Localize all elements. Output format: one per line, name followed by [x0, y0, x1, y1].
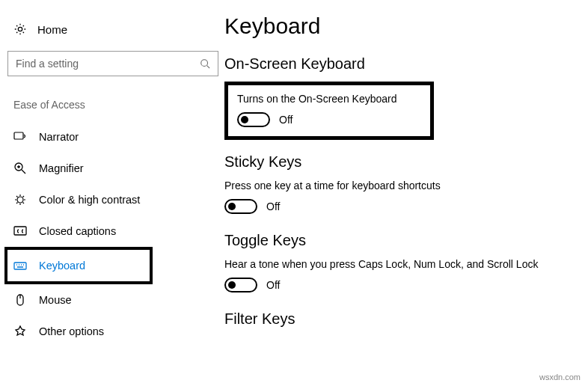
contrast-icon: [13, 193, 27, 206]
keyboard-highlight-box: Keyboard: [4, 247, 153, 284]
narrator-icon: [13, 130, 27, 144]
svg-point-0: [18, 27, 22, 31]
magnifier-icon: [13, 162, 27, 175]
category-label: Ease of Access: [13, 99, 224, 111]
main-content: Keyboard On-Screen Keyboard Turns on the…: [224, 0, 588, 386]
nav-label: Narrator: [39, 131, 79, 143]
sticky-heading: Sticky Keys: [224, 153, 588, 171]
onscreen-heading: On-Screen Keyboard: [224, 55, 588, 73]
captions-icon: [13, 224, 27, 238]
onscreen-highlight-box: Turns on the On-Screen Keyboard Off: [224, 82, 434, 140]
filter-heading: Filter Keys: [224, 310, 588, 328]
sidebar-item-magnifier[interactable]: Magnifier: [7, 153, 224, 184]
onscreen-toggle[interactable]: [237, 112, 270, 127]
onscreen-desc: Turns on the On-Screen Keyboard: [237, 93, 421, 105]
togglekeys-desc: Hear a tone when you press Caps Lock, Nu…: [224, 258, 588, 270]
nav-label: Color & high contrast: [39, 194, 140, 206]
watermark: wsxdn.com: [539, 373, 581, 382]
svg-rect-2: [14, 132, 23, 139]
svg-point-4: [17, 197, 23, 203]
home-link[interactable]: Home: [7, 18, 224, 40]
sticky-toggle[interactable]: [224, 199, 257, 214]
keyboard-icon: [13, 259, 27, 272]
sidebar-item-color-contrast[interactable]: Color & high contrast: [7, 184, 224, 215]
nav-label: Magnifier: [39, 162, 84, 174]
togglekeys-toggle[interactable]: [224, 278, 257, 292]
search-input[interactable]: [16, 58, 200, 70]
nav-label: Mouse: [39, 294, 72, 306]
onscreen-toggle-state: Off: [279, 114, 293, 126]
sidebar-item-other-options[interactable]: Other options: [7, 316, 224, 347]
sidebar-item-mouse[interactable]: Mouse: [7, 284, 224, 316]
togglekeys-heading: Toggle Keys: [224, 232, 588, 249]
togglekeys-toggle-state: Off: [266, 279, 280, 291]
nav-label: Other options: [39, 325, 104, 337]
sticky-toggle-state: Off: [266, 200, 280, 212]
sidebar: Home Ease of Access Narrator: [0, 0, 224, 386]
page-title: Keyboard: [224, 13, 588, 39]
sticky-desc: Press one key at a time for keyboard sho…: [224, 180, 588, 192]
home-label: Home: [37, 23, 67, 36]
search-box[interactable]: [7, 51, 218, 76]
svg-point-1: [201, 60, 208, 67]
nav-label: Closed captions: [39, 225, 116, 237]
sidebar-item-keyboard[interactable]: Keyboard: [7, 250, 127, 281]
sidebar-item-narrator[interactable]: Narrator: [7, 121, 224, 153]
nav-label: Keyboard: [39, 260, 85, 272]
svg-rect-6: [14, 263, 26, 269]
sidebar-item-closed-captions[interactable]: Closed captions: [7, 215, 224, 247]
other-options-icon: [13, 325, 27, 338]
gear-icon: [13, 22, 27, 36]
svg-rect-5: [14, 227, 26, 235]
mouse-icon: [13, 293, 27, 307]
search-icon: [200, 58, 210, 69]
